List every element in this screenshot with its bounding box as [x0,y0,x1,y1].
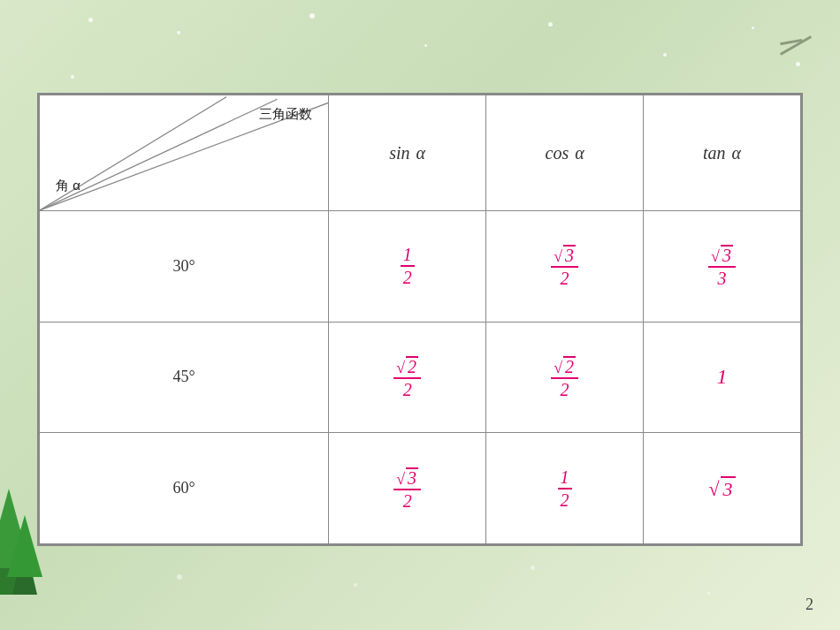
sin-60: √3 2 [329,433,486,544]
table-row-45: 45° √2 2 √2 [40,322,801,433]
tan-30: √3 3 [644,211,801,323]
table-row-30: 30° 1 2 √3 2 [40,211,801,323]
table-header-row: 三角函数 角 α sin α cos α tan α [40,95,801,211]
cos-60: 1 2 [486,433,644,544]
cos-30: √3 2 [486,211,644,323]
tan-60: √3 [644,433,801,544]
trig-table-container: 三角函数 角 α sin α cos α tan α [37,93,803,546]
table-row-60: 60° √3 2 1 2 [40,433,801,544]
header-sin: sin α [329,95,486,211]
angle-60: 60° [40,433,329,544]
sin-45: √2 2 [329,322,486,433]
sin-30: 1 2 [329,211,486,323]
tan-45: 1 [644,322,801,433]
header-tan: tan α [644,95,801,211]
cos-45: √2 2 [486,322,644,433]
header-trig-func-label: 三角函数 [259,106,312,123]
header-angle-label: 角 α [56,178,80,194]
diagonal-header-cell: 三角函数 角 α [40,95,329,211]
angle-30: 30° [40,211,329,323]
header-cos: cos α [486,95,644,211]
page-number: 2 [806,596,813,614]
angle-45: 45° [40,322,329,433]
trig-table: 三角函数 角 α sin α cos α tan α [39,95,801,544]
